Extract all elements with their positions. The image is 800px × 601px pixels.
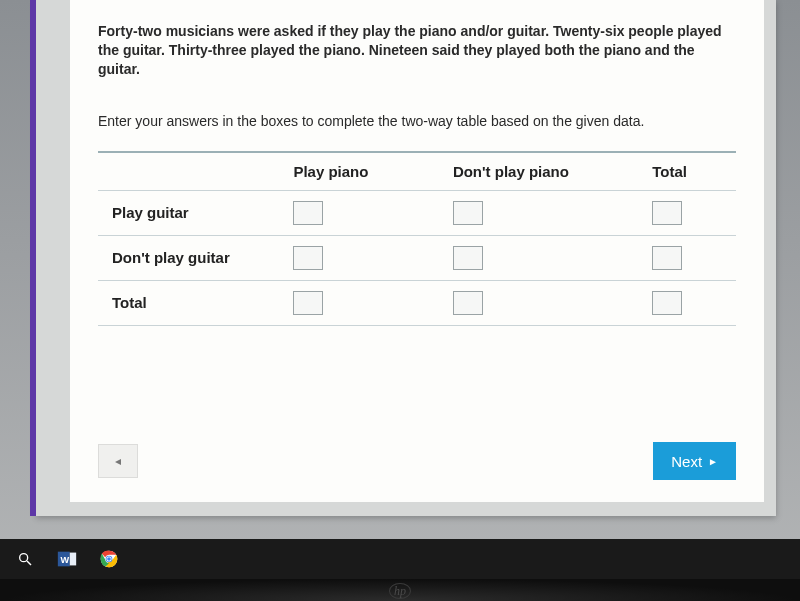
taskbar: W — [0, 539, 800, 579]
col-header-play-piano: Play piano — [287, 152, 446, 191]
next-label: Next — [671, 453, 702, 470]
answer-input[interactable] — [652, 246, 682, 270]
chevron-right-icon: ► — [708, 456, 718, 467]
corner-cell — [98, 152, 287, 191]
svg-line-1 — [27, 561, 31, 565]
chrome-app-icon[interactable] — [90, 542, 128, 576]
next-button[interactable]: Next ► — [653, 442, 736, 480]
nav-row: ◂ Next ► — [98, 442, 736, 480]
answer-input[interactable] — [453, 246, 483, 270]
row-label-dont-play-guitar: Don't play guitar — [98, 235, 287, 280]
answer-input[interactable] — [453, 291, 483, 315]
word-app-icon[interactable]: W — [48, 542, 86, 576]
search-icon[interactable] — [6, 542, 44, 576]
prev-button[interactable]: ◂ — [98, 444, 138, 478]
svg-text:W: W — [61, 555, 70, 565]
answer-input[interactable] — [293, 246, 323, 270]
question-text: Forty-two musicians were asked if they p… — [98, 22, 736, 79]
answer-input[interactable] — [293, 201, 323, 225]
answer-input[interactable] — [293, 291, 323, 315]
chevron-left-icon: ◂ — [115, 454, 121, 468]
answer-input[interactable] — [453, 201, 483, 225]
question-card: Forty-two musicians were asked if they p… — [70, 0, 764, 502]
answer-input[interactable] — [652, 201, 682, 225]
hp-logo-icon: hp — [389, 583, 411, 599]
table-row: Don't play guitar — [98, 235, 736, 280]
two-way-table: Play piano Don't play piano Total Play g… — [98, 151, 736, 326]
table-row: Total — [98, 280, 736, 325]
svg-point-8 — [107, 557, 111, 561]
svg-point-0 — [20, 554, 28, 562]
row-label-play-guitar: Play guitar — [98, 190, 287, 235]
quiz-window: Forty-two musicians were asked if they p… — [36, 0, 776, 516]
table-row: Play guitar — [98, 190, 736, 235]
svg-rect-3 — [70, 553, 76, 566]
instruction-text: Enter your answers in the boxes to compl… — [98, 113, 736, 129]
row-label-total: Total — [98, 280, 287, 325]
monitor-bezel: hp — [0, 579, 800, 601]
col-header-total: Total — [646, 152, 736, 191]
col-header-dont-play-piano: Don't play piano — [447, 152, 646, 191]
answer-input[interactable] — [652, 291, 682, 315]
